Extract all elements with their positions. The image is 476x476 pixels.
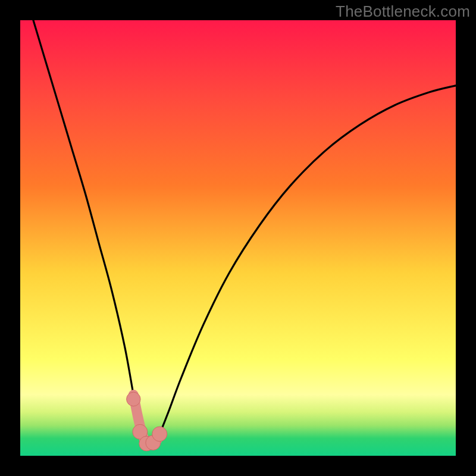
plot-area — [20, 20, 456, 456]
gradient-background — [20, 20, 456, 456]
curve-marker — [152, 427, 167, 441]
chart-frame: TheBottleneck.com — [0, 0, 476, 476]
watermark-text: TheBottleneck.com — [336, 2, 470, 21]
bottleneck-chart — [20, 20, 456, 456]
curve-marker — [127, 392, 140, 406]
